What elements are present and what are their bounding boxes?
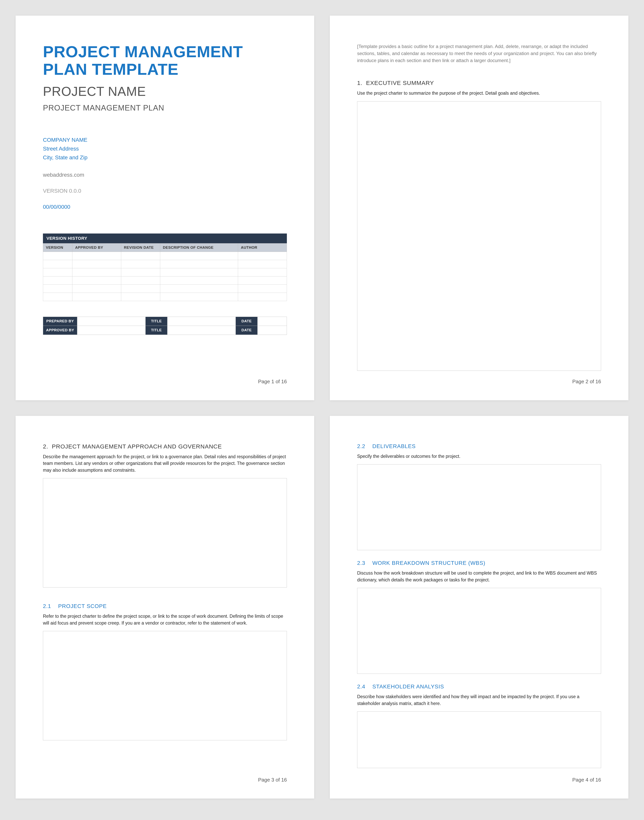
version-history-title: VERSION HISTORY xyxy=(43,233,287,243)
version-history-cell[interactable] xyxy=(72,284,121,293)
section-2-2-num: 2.2 xyxy=(357,443,365,450)
version-label: VERSION 0.0.0 xyxy=(43,188,287,194)
version-history-row[interactable] xyxy=(43,276,287,284)
version-history-cell[interactable] xyxy=(160,284,238,293)
version-history-row[interactable] xyxy=(43,268,287,276)
section-2-4-num: 2.4 xyxy=(357,683,365,690)
version-history-cell[interactable] xyxy=(160,252,238,260)
company-name: COMPANY NAME xyxy=(43,136,287,144)
signoff-value[interactable] xyxy=(258,317,287,326)
approach-governance-field[interactable] xyxy=(43,478,287,588)
wbs-field[interactable] xyxy=(357,588,601,674)
page-3: 2. PROJECT MANAGEMENT APPROACH AND GOVER… xyxy=(15,416,314,799)
signoff-label: TITLE xyxy=(146,317,167,326)
version-history-cell[interactable] xyxy=(238,252,287,260)
section-2-title: PROJECT MANAGEMENT APPROACH AND GOVERNAN… xyxy=(52,443,222,450)
section-1-title: EXECUTIVE SUMMARY xyxy=(366,80,434,86)
version-history-cell[interactable] xyxy=(121,276,160,284)
version-history-cell[interactable] xyxy=(121,260,160,268)
section-1-num: 1. xyxy=(357,80,362,86)
signoff-value[interactable] xyxy=(77,326,146,335)
version-history-cell[interactable] xyxy=(43,252,72,260)
section-2-1-heading: 2.1 PROJECT SCOPE xyxy=(43,603,287,609)
version-history-row[interactable] xyxy=(43,252,287,260)
version-history-cell[interactable] xyxy=(43,293,72,301)
page-number: Page 2 of 16 xyxy=(357,379,601,385)
signoff-label: APPROVED BY xyxy=(43,326,77,335)
version-history-cell[interactable] xyxy=(43,268,72,276)
section-1-heading: 1. EXECUTIVE SUMMARY xyxy=(357,80,601,86)
version-history-cell[interactable] xyxy=(72,252,121,260)
signoff-label: DATE xyxy=(236,326,258,335)
company-block: COMPANY NAME Street Address City, State … xyxy=(43,136,287,162)
section-2-heading: 2. PROJECT MANAGEMENT APPROACH AND GOVER… xyxy=(43,443,287,450)
version-history-cell[interactable] xyxy=(238,268,287,276)
section-2-desc: Describe the management approach for the… xyxy=(43,453,287,474)
web-address: webaddress.com xyxy=(43,172,287,178)
stakeholder-field[interactable] xyxy=(357,711,601,768)
version-history-cell[interactable] xyxy=(72,260,121,268)
vh-col-version: VERSION xyxy=(43,243,72,252)
version-history-cell[interactable] xyxy=(160,293,238,301)
signoff-value[interactable] xyxy=(77,317,146,326)
version-history-cell[interactable] xyxy=(160,268,238,276)
version-history-cell[interactable] xyxy=(121,293,160,301)
version-history-cell[interactable] xyxy=(238,276,287,284)
section-2-4-heading: 2.4 STAKEHOLDER ANALYSIS xyxy=(357,683,601,690)
version-history-cell[interactable] xyxy=(238,260,287,268)
section-2-3-desc: Discuss how the work breakdown structure… xyxy=(357,570,601,583)
page-number: Page 1 of 16 xyxy=(43,379,287,385)
signoff-row: PREPARED BYTITLEDATE xyxy=(43,317,287,326)
version-history-cell[interactable] xyxy=(160,260,238,268)
version-history-cell[interactable] xyxy=(121,284,160,293)
signoff-label: PREPARED BY xyxy=(43,317,77,326)
section-1-desc: Use the project charter to summarize the… xyxy=(357,90,601,97)
vh-col-revdate: REVISION DATE xyxy=(121,243,160,252)
section-2-4-desc: Describe how stakeholders were identifie… xyxy=(357,693,601,707)
signoff-value[interactable] xyxy=(258,326,287,335)
section-2-3-heading: 2.3 WORK BREAKDOWN STRUCTURE (WBS) xyxy=(357,560,601,566)
executive-summary-field[interactable] xyxy=(357,101,601,371)
plan-label: PROJECT MANAGEMENT PLAN xyxy=(43,103,287,112)
signoff-value[interactable] xyxy=(167,326,236,335)
version-history-cell[interactable] xyxy=(121,252,160,260)
vh-col-author: AUTHOR xyxy=(238,243,287,252)
page-2: [Template provides a basic outline for a… xyxy=(330,15,629,400)
version-history-cell[interactable] xyxy=(160,276,238,284)
version-history-row[interactable] xyxy=(43,284,287,293)
section-2-1-desc: Refer to the project charter to define t… xyxy=(43,613,287,627)
date-label: 00/00/0000 xyxy=(43,204,287,210)
page-number: Page 4 of 16 xyxy=(357,777,601,783)
version-history-cell[interactable] xyxy=(72,276,121,284)
section-2-3-title: WORK BREAKDOWN STRUCTURE (WBS) xyxy=(373,560,485,566)
version-history-cell[interactable] xyxy=(72,293,121,301)
section-2-3-num: 2.3 xyxy=(357,560,365,566)
signoff-value[interactable] xyxy=(167,317,236,326)
project-name: PROJECT NAME xyxy=(43,84,287,99)
deliverables-field[interactable] xyxy=(357,464,601,550)
company-city: City, State and Zip xyxy=(43,153,287,162)
version-history-cell[interactable] xyxy=(238,284,287,293)
version-history-row[interactable] xyxy=(43,260,287,268)
section-2-1-title: PROJECT SCOPE xyxy=(58,603,107,609)
intro-note: [Template provides a basic outline for a… xyxy=(357,43,601,64)
version-history-cell[interactable] xyxy=(43,284,72,293)
signoff-label: TITLE xyxy=(146,326,167,335)
vh-col-desc: DESCRIPTION OF CHANGE xyxy=(160,243,238,252)
section-2-1-num: 2.1 xyxy=(43,603,51,609)
version-history-row[interactable] xyxy=(43,293,287,301)
version-history-cell[interactable] xyxy=(43,260,72,268)
page-number: Page 3 of 16 xyxy=(43,777,287,783)
section-2-num: 2. xyxy=(43,443,48,450)
section-2-2-heading: 2.2 DELIVERABLES xyxy=(357,443,601,450)
signoff-label: DATE xyxy=(236,317,258,326)
project-scope-field[interactable] xyxy=(43,631,287,740)
version-history-cell[interactable] xyxy=(121,268,160,276)
section-2-2-title: DELIVERABLES xyxy=(373,443,416,450)
document-title: PROJECT MANAGEMENT PLAN TEMPLATE xyxy=(43,43,287,78)
vh-col-approved: APPROVED BY xyxy=(72,243,121,252)
version-history-cell[interactable] xyxy=(238,293,287,301)
version-history-header-row: VERSION APPROVED BY REVISION DATE DESCRI… xyxy=(43,243,287,252)
version-history-cell[interactable] xyxy=(72,268,121,276)
version-history-cell[interactable] xyxy=(43,276,72,284)
